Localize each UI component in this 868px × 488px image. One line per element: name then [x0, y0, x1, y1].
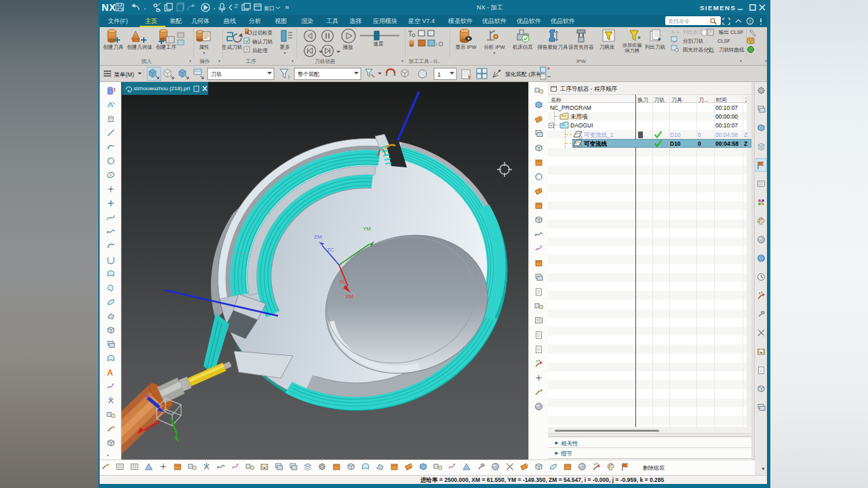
svg-text:XM: XM	[345, 293, 353, 300]
svg-text:XC: XC	[339, 279, 347, 285]
svg-text:A: A	[671, 30, 675, 35]
svg-text:1: 1	[437, 71, 441, 78]
svg-text:YM: YM	[363, 226, 371, 232]
svg-text:i: i	[436, 42, 437, 47]
svg-text:?: ?	[749, 19, 751, 24]
svg-text:簇化装配 (原有): 簇化装配 (原有)	[505, 71, 543, 77]
svg-text:窗口: 窗口	[264, 5, 275, 12]
svg-text:刀轨: 刀轨	[211, 71, 222, 77]
svg-text:ZC: ZC	[327, 247, 334, 253]
svg-text:整个装配: 整个装配	[298, 71, 319, 77]
svg-text:A: A	[107, 368, 113, 378]
svg-text:►: ►	[760, 350, 764, 354]
svg-text:菜单(M): 菜单(M)	[114, 71, 134, 78]
svg-text:ZM: ZM	[314, 234, 322, 240]
svg-text:►: ►	[263, 466, 267, 470]
